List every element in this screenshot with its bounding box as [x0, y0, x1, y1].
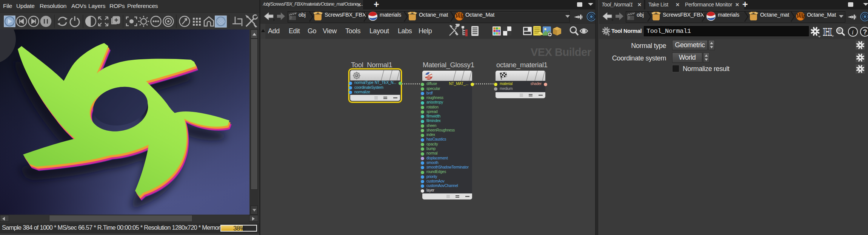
svg-text:H: H: [823, 26, 832, 38]
svg-text:?: ?: [863, 28, 867, 36]
svg-text:i: i: [852, 29, 854, 36]
